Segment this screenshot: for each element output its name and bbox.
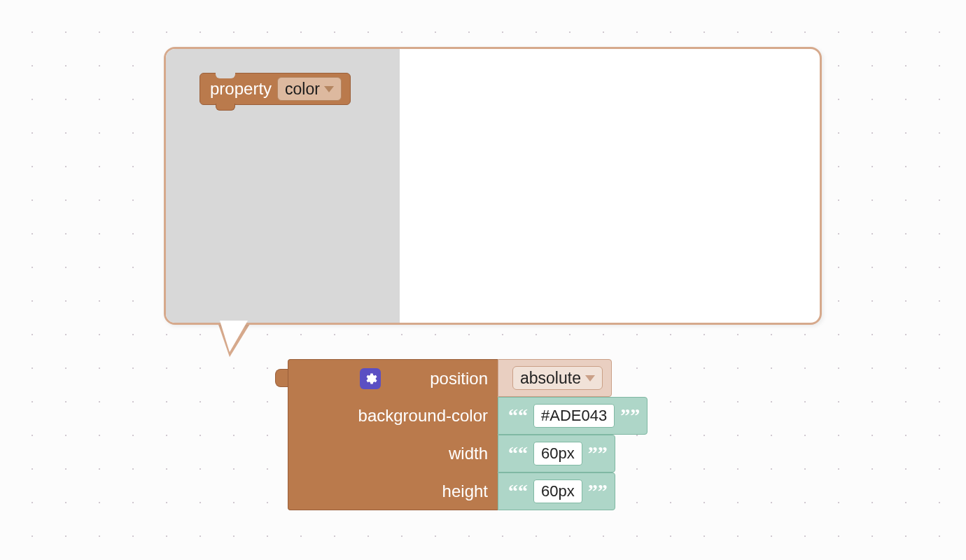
popup-tail-inner <box>220 321 248 352</box>
row-label: background-color <box>358 406 488 426</box>
mutator-gear-button[interactable] <box>360 368 381 389</box>
row-label: width <box>449 444 488 463</box>
close-quote-icon: ”” <box>620 406 640 426</box>
style-row-background-color: background-color ““ #ADE043 ”” <box>288 397 648 435</box>
open-quote-icon: ““ <box>508 482 528 501</box>
workspace[interactable]: property color style properties property <box>0 0 966 560</box>
toolbox-property-block[interactable]: property color <box>200 73 351 105</box>
enum-dropdown-value: absolute <box>520 369 581 388</box>
mutator-popup: property color <box>164 47 822 325</box>
open-quote-icon: ““ <box>508 406 528 426</box>
style-row-width: width ““ 60px ”” <box>288 435 648 472</box>
mutator-toolbox: property color <box>166 49 400 323</box>
enum-value-block[interactable]: absolute <box>498 359 612 397</box>
string-input[interactable]: #ADE043 <box>533 404 615 428</box>
enum-dropdown[interactable]: absolute <box>512 366 603 390</box>
chevron-down-icon <box>585 375 595 382</box>
property-dropdown-value: color <box>285 80 320 99</box>
open-quote-icon: ““ <box>508 444 528 463</box>
style-block[interactable]: position absolute background-color <box>288 359 648 510</box>
row-label: height <box>442 482 488 501</box>
string-input[interactable]: 60px <box>533 442 582 465</box>
gear-icon <box>363 372 377 386</box>
string-input[interactable]: 60px <box>533 479 582 503</box>
row-label: position <box>430 369 488 388</box>
string-value-block[interactable]: ““ 60px ”” <box>498 472 615 510</box>
mutator-canvas[interactable] <box>400 49 820 323</box>
property-dropdown[interactable]: color <box>277 77 342 101</box>
output-connector <box>275 369 288 387</box>
chevron-down-icon <box>324 86 334 92</box>
close-quote-icon: ”” <box>588 482 608 501</box>
string-value-block[interactable]: ““ 60px ”” <box>498 435 615 472</box>
string-value-block[interactable]: ““ #ADE043 ”” <box>498 397 648 435</box>
style-row-height: height ““ 60px ”” <box>288 472 648 510</box>
close-quote-icon: ”” <box>588 444 608 463</box>
style-row-position: position absolute <box>288 359 648 397</box>
property-label: property <box>210 79 272 99</box>
